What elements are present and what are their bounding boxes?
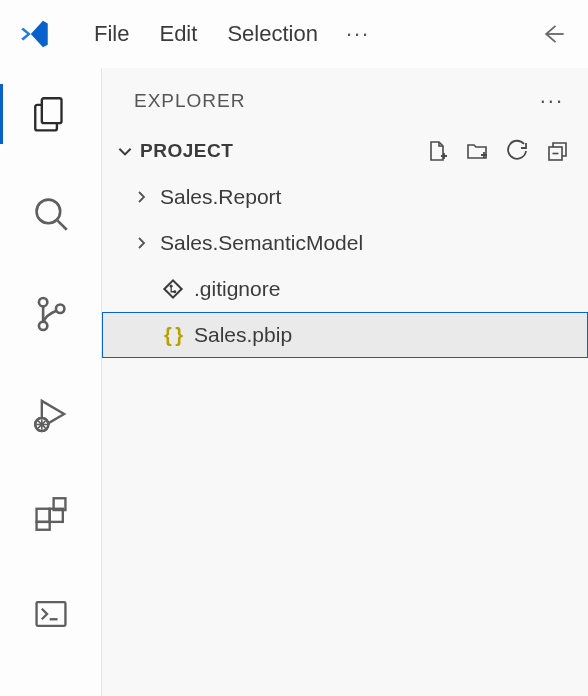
menu-overflow[interactable]: ··· <box>334 15 382 53</box>
activity-explorer[interactable] <box>0 82 101 146</box>
activity-terminal[interactable] <box>0 582 101 646</box>
activity-run-debug[interactable] <box>0 382 101 446</box>
back-arrow-icon[interactable] <box>534 16 570 52</box>
section-label: PROJECT <box>140 140 424 162</box>
file-tree: Sales.Report Sales.SemanticModel .gitign… <box>102 170 588 358</box>
refresh-icon[interactable] <box>504 138 530 164</box>
titlebar: File Edit Selection ··· <box>0 0 588 68</box>
svg-point-1 <box>36 200 60 224</box>
chevron-right-icon <box>130 235 152 251</box>
svg-point-2 <box>38 298 46 306</box>
tree-item-label: Sales.pbip <box>194 323 292 347</box>
menu-selection[interactable]: Selection <box>213 15 332 53</box>
tree-item-label: Sales.SemanticModel <box>160 231 363 255</box>
tree-item-label: Sales.Report <box>160 185 281 209</box>
chevron-right-icon <box>130 189 152 205</box>
svg-point-4 <box>55 305 63 313</box>
svg-rect-0 <box>41 98 61 123</box>
collapse-all-icon[interactable] <box>544 138 570 164</box>
activity-search[interactable] <box>0 182 101 246</box>
chevron-down-icon <box>112 138 138 164</box>
new-folder-icon[interactable] <box>464 138 490 164</box>
svg-rect-11 <box>36 602 65 626</box>
tree-folder-sales-semanticmodel[interactable]: Sales.SemanticModel <box>102 220 588 266</box>
menu-edit[interactable]: Edit <box>145 15 211 53</box>
sidebar-more-icon[interactable]: ··· <box>540 88 564 114</box>
tree-file-sales-pbip[interactable]: { } Sales.pbip <box>102 312 588 358</box>
tree-folder-sales-report[interactable]: Sales.Report <box>102 174 588 220</box>
new-file-icon[interactable] <box>424 138 450 164</box>
section-header-project[interactable]: PROJECT <box>102 132 588 170</box>
menu-bar: File Edit Selection ··· <box>80 15 382 53</box>
tree-item-label: .gitignore <box>194 277 280 301</box>
git-icon <box>160 278 186 300</box>
json-braces-icon: { } <box>160 324 186 347</box>
svg-rect-9 <box>36 522 49 530</box>
svg-rect-7 <box>36 509 49 522</box>
sidebar-title: EXPLORER <box>134 90 245 112</box>
explorer-sidebar: EXPLORER ··· PROJECT <box>102 68 588 696</box>
activity-extensions[interactable] <box>0 482 101 546</box>
activity-bar <box>0 68 102 696</box>
menu-file[interactable]: File <box>80 15 143 53</box>
svg-point-3 <box>38 322 46 330</box>
activity-source-control[interactable] <box>0 282 101 346</box>
section-actions <box>424 138 570 164</box>
tree-file-gitignore[interactable]: .gitignore <box>102 266 588 312</box>
sidebar-header: EXPLORER ··· <box>102 68 588 132</box>
vscode-logo-icon <box>18 17 52 51</box>
